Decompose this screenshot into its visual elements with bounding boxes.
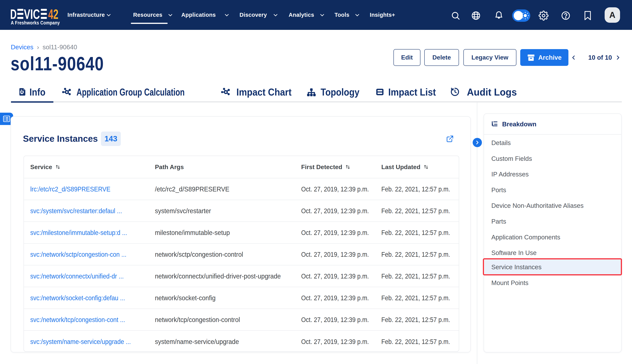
svg-text:42: 42 [48,9,58,19]
svg-text:D: D [10,9,17,19]
svg-text:VIC: VIC [24,9,40,19]
svg-text:A: A [609,10,615,20]
